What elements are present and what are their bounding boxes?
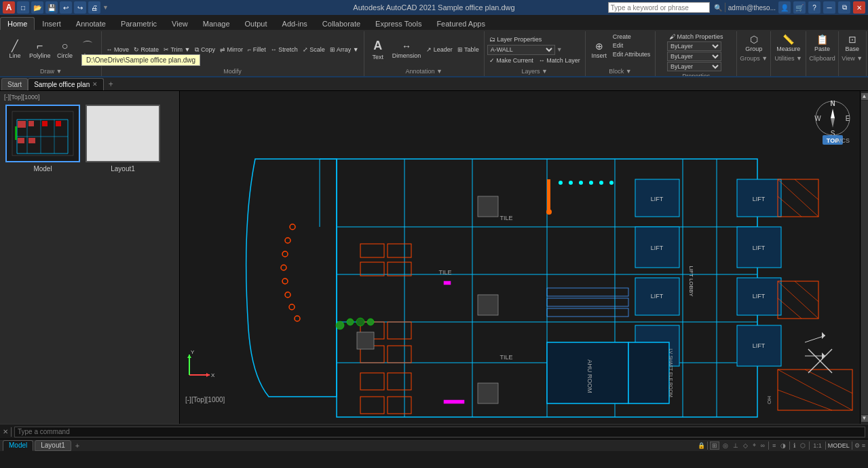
drawing-canvas[interactable]: LIFT LIFT LIFT LIFT LIFT LOBBY LIFT LIFT…: [180, 91, 860, 424]
selection-toggle[interactable]: ⬡: [799, 442, 807, 449]
ribbon-content: ╱ Line ⌐ Polyline ○ Circle ⌒ Arc Draw ▼ …: [0, 30, 868, 77]
main-area: [-][Top][1000]: [0, 91, 868, 424]
circle-button[interactable]: ○ Circle: [54, 33, 76, 67]
plot-button[interactable]: 🖨: [88, 1, 100, 14]
model-tab[interactable]: Model: [3, 440, 33, 451]
osnap-toggle[interactable]: ⌖: [751, 442, 757, 449]
customize-icon[interactable]: ≡: [862, 442, 865, 449]
doc-tab-sample[interactable]: Sample office plan ✕: [28, 78, 104, 90]
line-button[interactable]: ╱ Line: [4, 33, 26, 67]
layout1-tab[interactable]: Layout1: [35, 440, 71, 451]
user-info: 🔍 admin@theso... 👤 🛒 ? ─ ⧉ ✕: [608, 1, 865, 14]
restore-button[interactable]: ⧉: [838, 1, 850, 14]
mirror-button[interactable]: ⇌ Mirror: [218, 33, 245, 67]
match-layer-button[interactable]: ↔ Match Layer: [537, 56, 582, 65]
add-layout-button[interactable]: +: [73, 441, 82, 450]
fillet-button[interactable]: ⌐ Fillet: [246, 33, 268, 67]
polyline-button[interactable]: ⌐ Polyline: [26, 33, 54, 67]
edit-block-button[interactable]: Edit: [611, 41, 653, 50]
line-label: Line: [9, 52, 20, 59]
save-button[interactable]: 💾: [45, 1, 58, 14]
command-input[interactable]: [14, 427, 865, 437]
match-properties-button[interactable]: 🖌 Match Properties: [667, 33, 725, 41]
svg-text:LIFT: LIFT: [753, 342, 766, 349]
doc-tab-add-button[interactable]: +: [105, 79, 116, 90]
tab-annotate[interactable]: Annotate: [69, 17, 113, 30]
signin-icon[interactable]: 👤: [778, 1, 791, 14]
polar-toggle[interactable]: ◇: [742, 442, 749, 449]
tab-home[interactable]: Home: [0, 17, 35, 30]
arc-icon: ⌒: [82, 41, 93, 52]
otrack-toggle[interactable]: ∞: [759, 442, 766, 449]
svg-marker-125: [831, 109, 835, 118]
doc-tab-start[interactable]: Start: [1, 78, 28, 90]
svg-point-74: [336, 321, 344, 329]
base-button[interactable]: ⊡ Base: [842, 33, 863, 54]
scale-button[interactable]: ⤢ Scale: [301, 33, 327, 67]
tab-view[interactable]: View: [164, 17, 195, 30]
ortho-toggle[interactable]: ⊥: [732, 442, 740, 449]
svg-text:TILE: TILE: [499, 215, 512, 221]
tab-collaborate[interactable]: Collaborate: [315, 17, 368, 30]
polyline-icon: ⌐: [37, 41, 43, 52]
transparency-toggle[interactable]: ◑: [779, 442, 787, 449]
grid-toggle[interactable]: ⊞: [710, 442, 719, 450]
insert-button[interactable]: ⊕ Insert: [588, 33, 610, 67]
compass: N S W E TOP: [812, 98, 853, 139]
measure-button[interactable]: 📏 Measure: [774, 33, 803, 54]
model-thumbnail[interactable]: Model: [5, 105, 80, 173]
undo-button[interactable]: ↩: [60, 1, 72, 14]
line-icon: ╱: [12, 41, 18, 52]
create-block-button[interactable]: Create: [611, 33, 653, 41]
svg-rect-8: [15, 126, 17, 140]
doc-tab-close-icon[interactable]: ✕: [92, 81, 98, 88]
quickprop-toggle[interactable]: ℹ: [792, 442, 797, 449]
minimize-button[interactable]: ─: [823, 1, 835, 14]
layer-dropdown[interactable]: A-WALL: [487, 45, 555, 55]
app-icon[interactable]: A: [3, 1, 15, 14]
tab-parametric[interactable]: Parametric: [113, 17, 164, 30]
open-button[interactable]: 📂: [31, 1, 43, 14]
tab-featuredapps[interactable]: Featured Apps: [429, 17, 493, 30]
leader-button[interactable]: ↗ Leader: [424, 33, 455, 67]
tab-insert[interactable]: Insert: [35, 17, 69, 30]
model-thumb-frame: [5, 105, 80, 162]
table-button[interactable]: ⊞ Table: [455, 33, 481, 67]
text-button[interactable]: A Text: [367, 33, 389, 67]
workspace-icon[interactable]: ⚙: [854, 442, 860, 449]
annotation-scale[interactable]: 1:1: [812, 442, 823, 449]
redo-button[interactable]: ↪: [74, 1, 86, 14]
paste-label: Paste: [814, 46, 830, 52]
tab-addins[interactable]: Add-ins: [275, 17, 315, 30]
array-button[interactable]: ⊞ Array ▼: [328, 33, 361, 67]
lock-icon[interactable]: 🔒: [698, 442, 705, 449]
stretch-button[interactable]: ↔ Stretch: [269, 33, 300, 67]
snap-toggle[interactable]: ◎: [721, 442, 730, 449]
help-icon[interactable]: ?: [808, 1, 820, 14]
svg-point-112: [559, 181, 563, 185]
paste-button[interactable]: 📋 Paste: [811, 33, 833, 54]
layout1-thumbnail[interactable]: Layout1: [86, 105, 160, 173]
wcs-axes: X Y: [183, 348, 216, 383]
tab-output[interactable]: Output: [238, 17, 275, 30]
tab-expresstools[interactable]: Express Tools: [368, 17, 429, 30]
search-input[interactable]: [608, 2, 710, 13]
search-icon[interactable]: 🔍: [714, 4, 722, 12]
command-close-icon[interactable]: ✕: [3, 428, 8, 435]
group-button[interactable]: ⬡ Group: [742, 33, 765, 54]
edit-attributes-button[interactable]: Edit Attributes: [611, 50, 653, 58]
bylayer-dropdown[interactable]: ByLayer: [667, 41, 721, 51]
svg-rect-94: [357, 332, 374, 349]
layer-properties-button[interactable]: 🗂 Layer Properties: [487, 35, 544, 43]
make-current-button[interactable]: ✓ Make Current: [487, 56, 535, 65]
tab-manage[interactable]: Manage: [195, 17, 238, 30]
user-name[interactable]: admin@theso...: [728, 4, 776, 12]
bylayer3-dropdown[interactable]: ByLayer: [667, 62, 721, 71]
new-button[interactable]: □: [17, 1, 29, 14]
cart-icon[interactable]: 🛒: [793, 1, 806, 14]
close-button[interactable]: ✕: [853, 1, 865, 14]
dimension-button[interactable]: ↔ Dimension: [390, 33, 424, 67]
right-scrollbar[interactable]: ▲ ▼: [860, 91, 868, 424]
lineweight-toggle[interactable]: ≡: [771, 442, 777, 449]
bylayer2-dropdown[interactable]: ByLayer: [667, 52, 721, 61]
